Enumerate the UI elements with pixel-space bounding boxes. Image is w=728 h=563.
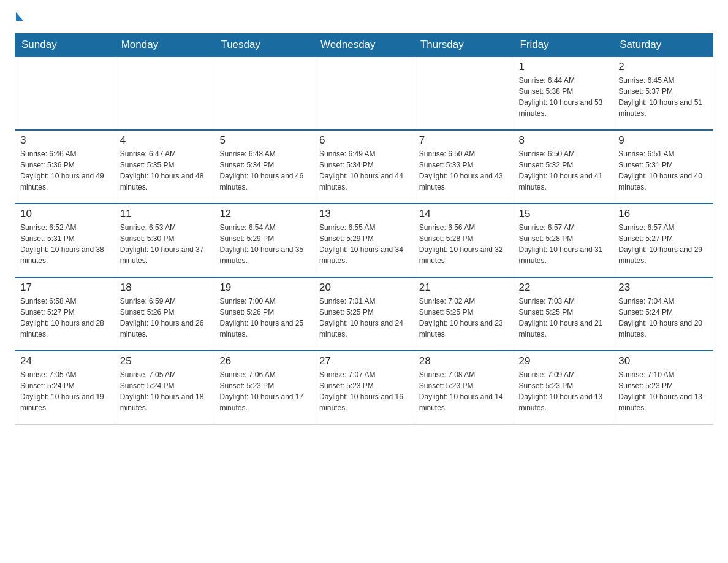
day-info: Sunrise: 7:04 AMSunset: 5:24 PMDaylight:… (618, 296, 708, 340)
day-number: 30 (618, 355, 708, 367)
day-info: Sunrise: 6:45 AMSunset: 5:37 PMDaylight:… (618, 75, 708, 119)
day-number: 17 (20, 282, 110, 294)
day-of-week-header: Friday (514, 34, 613, 57)
day-of-week-header: Saturday (613, 34, 713, 57)
day-info: Sunrise: 7:03 AMSunset: 5:25 PMDaylight:… (519, 296, 609, 340)
day-number: 8 (519, 134, 609, 147)
day-number: 28 (419, 355, 509, 367)
week-row: 3Sunrise: 6:46 AMSunset: 5:36 PMDaylight… (15, 130, 713, 204)
calendar-cell: 4Sunrise: 6:47 AMSunset: 5:35 PMDaylight… (115, 130, 214, 204)
calendar-cell: 9Sunrise: 6:51 AMSunset: 5:31 PMDaylight… (613, 130, 713, 204)
calendar-cell: 24Sunrise: 7:05 AMSunset: 5:24 PMDayligh… (15, 351, 115, 424)
day-number: 2 (618, 61, 708, 73)
day-number: 12 (219, 208, 309, 220)
calendar-cell: 19Sunrise: 7:00 AMSunset: 5:26 PMDayligh… (214, 277, 314, 351)
logo (15, 15, 27, 21)
calendar-cell: 22Sunrise: 7:03 AMSunset: 5:25 PMDayligh… (514, 277, 613, 351)
day-of-week-header: Sunday (15, 34, 115, 57)
calendar-cell (214, 56, 314, 130)
day-number: 9 (618, 134, 708, 147)
day-number: 6 (319, 134, 409, 147)
day-info: Sunrise: 6:55 AMSunset: 5:29 PMDaylight:… (319, 222, 409, 266)
calendar-cell: 2Sunrise: 6:45 AMSunset: 5:37 PMDaylight… (613, 56, 713, 130)
calendar-cell (15, 56, 115, 130)
day-number: 1 (519, 61, 609, 73)
calendar-cell (414, 56, 514, 130)
day-info: Sunrise: 7:01 AMSunset: 5:25 PMDaylight:… (319, 296, 409, 340)
day-info: Sunrise: 6:51 AMSunset: 5:31 PMDaylight:… (618, 148, 708, 193)
calendar-cell: 21Sunrise: 7:02 AMSunset: 5:25 PMDayligh… (414, 277, 514, 351)
calendar-cell: 20Sunrise: 7:01 AMSunset: 5:25 PMDayligh… (314, 277, 414, 351)
day-info: Sunrise: 6:52 AMSunset: 5:31 PMDaylight:… (20, 222, 110, 266)
calendar-cell: 1Sunrise: 6:44 AMSunset: 5:38 PMDaylight… (514, 56, 613, 130)
calendar-cell: 16Sunrise: 6:57 AMSunset: 5:27 PMDayligh… (613, 204, 713, 277)
day-number: 23 (618, 282, 708, 294)
calendar-cell: 6Sunrise: 6:49 AMSunset: 5:34 PMDaylight… (314, 130, 414, 204)
calendar-cell: 17Sunrise: 6:58 AMSunset: 5:27 PMDayligh… (15, 277, 115, 351)
logo-triangle-icon (16, 12, 23, 21)
page-header (15, 15, 713, 21)
calendar-cell: 3Sunrise: 6:46 AMSunset: 5:36 PMDaylight… (15, 130, 115, 204)
day-info: Sunrise: 6:54 AMSunset: 5:29 PMDaylight:… (219, 222, 309, 266)
day-info: Sunrise: 6:58 AMSunset: 5:27 PMDaylight:… (20, 296, 110, 340)
day-number: 13 (319, 208, 409, 220)
calendar-cell: 8Sunrise: 6:50 AMSunset: 5:32 PMDaylight… (514, 130, 613, 204)
day-info: Sunrise: 6:50 AMSunset: 5:32 PMDaylight:… (519, 148, 609, 193)
calendar-cell: 28Sunrise: 7:08 AMSunset: 5:23 PMDayligh… (414, 351, 514, 424)
day-info: Sunrise: 7:07 AMSunset: 5:23 PMDaylight:… (319, 369, 409, 413)
day-number: 22 (519, 282, 609, 294)
calendar-cell: 26Sunrise: 7:06 AMSunset: 5:23 PMDayligh… (214, 351, 314, 424)
day-info: Sunrise: 6:59 AMSunset: 5:26 PMDaylight:… (120, 296, 210, 340)
day-number: 26 (219, 355, 309, 367)
calendar-cell: 15Sunrise: 6:57 AMSunset: 5:28 PMDayligh… (514, 204, 613, 277)
calendar-cell: 27Sunrise: 7:07 AMSunset: 5:23 PMDayligh… (314, 351, 414, 424)
calendar-cell: 5Sunrise: 6:48 AMSunset: 5:34 PMDaylight… (214, 130, 314, 204)
day-number: 29 (519, 355, 609, 367)
calendar-cell (314, 56, 414, 130)
day-number: 3 (20, 134, 110, 147)
day-info: Sunrise: 6:46 AMSunset: 5:36 PMDaylight:… (20, 148, 110, 193)
day-info: Sunrise: 6:56 AMSunset: 5:28 PMDaylight:… (419, 222, 509, 266)
day-info: Sunrise: 7:10 AMSunset: 5:23 PMDaylight:… (618, 369, 708, 413)
day-info: Sunrise: 6:48 AMSunset: 5:34 PMDaylight:… (219, 148, 309, 193)
day-number: 4 (120, 134, 210, 147)
day-info: Sunrise: 6:50 AMSunset: 5:33 PMDaylight:… (419, 148, 509, 193)
calendar-cell: 14Sunrise: 6:56 AMSunset: 5:28 PMDayligh… (414, 204, 514, 277)
day-number: 21 (419, 282, 509, 294)
day-info: Sunrise: 7:05 AMSunset: 5:24 PMDaylight:… (20, 369, 110, 413)
calendar-cell: 25Sunrise: 7:05 AMSunset: 5:24 PMDayligh… (115, 351, 214, 424)
calendar-cell (115, 56, 214, 130)
day-of-week-header: Wednesday (314, 34, 414, 57)
day-info: Sunrise: 6:49 AMSunset: 5:34 PMDaylight:… (319, 148, 409, 193)
day-info: Sunrise: 7:08 AMSunset: 5:23 PMDaylight:… (419, 369, 509, 413)
day-number: 11 (120, 208, 210, 220)
day-info: Sunrise: 6:44 AMSunset: 5:38 PMDaylight:… (519, 75, 609, 119)
day-number: 24 (20, 355, 110, 367)
week-row: 1Sunrise: 6:44 AMSunset: 5:38 PMDaylight… (15, 56, 713, 130)
day-number: 10 (20, 208, 110, 220)
calendar-cell: 23Sunrise: 7:04 AMSunset: 5:24 PMDayligh… (613, 277, 713, 351)
calendar-table: SundayMondayTuesdayWednesdayThursdayFrid… (15, 33, 713, 425)
week-row: 17Sunrise: 6:58 AMSunset: 5:27 PMDayligh… (15, 277, 713, 351)
day-number: 20 (319, 282, 409, 294)
calendar-cell: 10Sunrise: 6:52 AMSunset: 5:31 PMDayligh… (15, 204, 115, 277)
day-number: 19 (219, 282, 309, 294)
day-info: Sunrise: 6:57 AMSunset: 5:28 PMDaylight:… (519, 222, 609, 266)
day-info: Sunrise: 6:57 AMSunset: 5:27 PMDaylight:… (618, 222, 708, 266)
day-of-week-header: Tuesday (214, 34, 314, 57)
day-of-week-header: Monday (115, 34, 214, 57)
day-info: Sunrise: 6:47 AMSunset: 5:35 PMDaylight:… (120, 148, 210, 193)
day-info: Sunrise: 7:06 AMSunset: 5:23 PMDaylight:… (219, 369, 309, 413)
calendar-cell: 29Sunrise: 7:09 AMSunset: 5:23 PMDayligh… (514, 351, 613, 424)
calendar-cell: 13Sunrise: 6:55 AMSunset: 5:29 PMDayligh… (314, 204, 414, 277)
calendar-header-row: SundayMondayTuesdayWednesdayThursdayFrid… (15, 34, 713, 57)
week-row: 10Sunrise: 6:52 AMSunset: 5:31 PMDayligh… (15, 204, 713, 277)
day-info: Sunrise: 7:02 AMSunset: 5:25 PMDaylight:… (419, 296, 509, 340)
day-info: Sunrise: 6:53 AMSunset: 5:30 PMDaylight:… (120, 222, 210, 266)
calendar-cell: 12Sunrise: 6:54 AMSunset: 5:29 PMDayligh… (214, 204, 314, 277)
day-info: Sunrise: 7:05 AMSunset: 5:24 PMDaylight:… (120, 369, 210, 413)
day-info: Sunrise: 7:09 AMSunset: 5:23 PMDaylight:… (519, 369, 609, 413)
day-number: 14 (419, 208, 509, 220)
day-of-week-header: Thursday (414, 34, 514, 57)
day-number: 16 (618, 208, 708, 220)
